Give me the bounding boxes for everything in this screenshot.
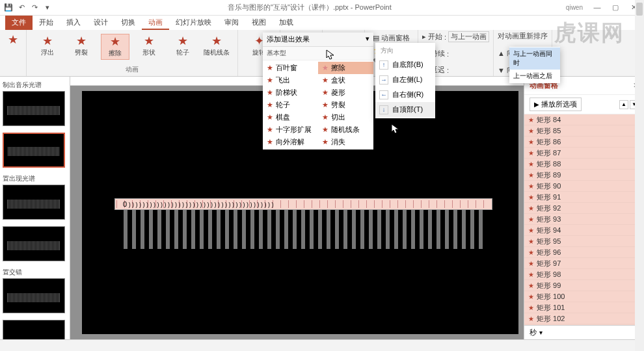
arrow-down-sm-icon: ▼ [498, 66, 505, 74]
tab-插入[interactable]: 插入 [60, 16, 87, 30]
direction-option[interactable]: ↑自底部(B) [375, 57, 435, 72]
star-icon: ★ [76, 35, 87, 47]
slide-thumbnail[interactable] [3, 185, 65, 220]
play-selection-button[interactable]: ▶ 播放所选项 [530, 98, 582, 111]
direction-option[interactable]: ←自右侧(R) [375, 87, 435, 102]
star-icon: ★ [267, 76, 273, 84]
qat-more-icon[interactable]: ▾ [42, 2, 53, 14]
timing-option[interactable]: 与上一动画同时 [509, 47, 560, 70]
animation-item[interactable]: ★矩形 99 [524, 280, 644, 291]
minimize-icon[interactable]: — [589, 3, 605, 12]
slide-thumbnails: 制出音乐光谱 置出现光谱 置交错 [0, 77, 70, 339]
effect-option[interactable]: ★擦除 [318, 62, 373, 74]
star-icon: ★ [144, 35, 154, 47]
animation-item[interactable]: ★矩形 101 [524, 302, 644, 313]
star-icon: ★ [178, 35, 188, 47]
star-icon: ★ [42, 35, 53, 47]
effect-option[interactable]: ★向外溶解 [263, 136, 318, 148]
arrow-up-icon: ▲ [498, 49, 505, 57]
tab-file[interactable]: 文件 [5, 16, 33, 30]
gallery-item[interactable]: ★轮子 [168, 34, 197, 60]
maximize-icon[interactable]: ▢ [608, 3, 623, 12]
effect-option[interactable]: ★轮子 [263, 99, 318, 111]
gallery-item[interactable]: ★随机线条 [202, 34, 231, 60]
tab-审阅[interactable]: 审阅 [218, 16, 245, 30]
animation-item[interactable]: ★矩形 87 [524, 148, 644, 159]
animation-item[interactable]: ★矩形 102 [524, 313, 644, 324]
ribbon-group-preview: ★ [0, 30, 27, 76]
star-icon: ★ [528, 271, 534, 278]
popup-dropdown-icon[interactable]: ▾ [366, 34, 369, 44]
animation-gallery: ★浮出★劈裂★擦除★形状★轮子★随机线条 [31, 31, 234, 62]
star-icon: ★ [110, 36, 120, 47]
timing-option[interactable]: 上一动画之后 [509, 70, 560, 83]
gallery-item[interactable]: ★劈裂 [67, 34, 96, 60]
direction-option[interactable]: ↓自顶部(T) [375, 102, 435, 117]
animation-item[interactable]: ★矩形 92 [524, 203, 644, 214]
animation-list: ★矩形 84★矩形 85★矩形 86★矩形 87★矩形 88★矩形 89★矩形 … [524, 114, 644, 325]
slide-thumbnail[interactable] [3, 226, 65, 261]
direction-arrow-icon: ← [379, 90, 388, 99]
star-icon: ★ [322, 101, 329, 109]
gallery-item[interactable]: ★形状 [135, 34, 163, 60]
animation-item[interactable]: ★矩形 100 [524, 291, 644, 302]
slide-thumbnail[interactable] [3, 133, 65, 168]
animation-item[interactable]: ★矩形 85 [524, 125, 644, 136]
save-icon[interactable]: 💾 [3, 2, 14, 14]
animation-item[interactable]: ★矩形 89 [524, 170, 644, 181]
star-icon: ★ [528, 238, 534, 245]
animation-item[interactable]: ★矩形 97 [524, 258, 644, 269]
tab-设计[interactable]: 设计 [87, 16, 114, 30]
star-icon: ★ [528, 304, 534, 311]
animation-item[interactable]: ★矩形 93 [524, 214, 644, 225]
direction-popup: 方向 ↑自底部(B)→自左侧(L)←自右侧(R)↓自顶部(T) [375, 43, 435, 118]
animation-item[interactable]: ★矩形 84 [524, 114, 644, 125]
effect-option[interactable]: ★劈裂 [318, 99, 373, 111]
scrollbar[interactable] [635, 114, 644, 325]
slide-thumbnail[interactable] [3, 278, 65, 313]
slide-thumbnail[interactable] [3, 320, 65, 339]
star-icon: ★ [322, 64, 329, 72]
effect-option[interactable]: ★消失 [318, 136, 373, 148]
effect-option[interactable]: ★阶梯状 [263, 86, 318, 99]
animation-item[interactable]: ★矩形 96 [524, 247, 644, 258]
effect-option[interactable]: ★百叶窗 [263, 62, 318, 74]
effect-option[interactable]: ★切出 [318, 111, 373, 124]
undo-icon[interactable]: ↶ [16, 2, 27, 14]
animation-item[interactable]: ★矩形 95 [524, 236, 644, 247]
gallery-item[interactable]: ★擦除 [101, 34, 129, 60]
effect-option[interactable]: ★飞出 [263, 74, 318, 86]
direction-option[interactable]: →自左侧(L) [375, 72, 435, 87]
tab-切换[interactable]: 切换 [114, 16, 142, 30]
tab-动画[interactable]: 动画 [142, 16, 169, 30]
ribbon-group-animation-gallery: ★浮出★劈裂★擦除★形状★轮子★随机线条 动画 [27, 30, 238, 76]
star-icon: ★ [528, 138, 534, 146]
animation-pane-button[interactable]: ▤动画窗格 [371, 32, 411, 44]
effect-option[interactable]: ★菱形 [318, 86, 373, 99]
selected-shape-group[interactable]: 0 ) ) ) ) ) ) ) ) ) ) ) ) ) ) ) ) ) ) ) … [114, 198, 492, 210]
tab-幻灯片放映[interactable]: 幻灯片放映 [169, 16, 218, 30]
user-label: qiwen [566, 4, 583, 11]
start-value-dropdown[interactable]: 与上一动画 [448, 31, 489, 42]
tab-视图[interactable]: 视图 [245, 16, 273, 30]
effect-option[interactable]: ★棋盘 [263, 111, 318, 124]
animation-item[interactable]: ★矩形 88 [524, 159, 644, 170]
animation-item[interactable]: ★矩形 98 [524, 269, 644, 280]
animation-item[interactable]: ★矩形 86 [524, 136, 644, 148]
move-up-button[interactable]: ▲ [619, 100, 628, 109]
redo-icon[interactable]: ↷ [29, 2, 40, 14]
gallery-item[interactable]: ★浮出 [33, 34, 62, 60]
animation-item[interactable]: ★矩形 90 [524, 181, 644, 192]
effect-option[interactable]: ★十字形扩展 [263, 124, 318, 136]
slide-thumbnail[interactable] [3, 91, 65, 126]
star-icon: ★ [528, 227, 534, 234]
animation-item[interactable]: ★矩形 94 [524, 225, 644, 236]
preview-button[interactable]: ★ [4, 31, 22, 48]
effect-option[interactable]: ★随机线条 [318, 124, 373, 136]
tab-开始[interactable]: 开始 [33, 16, 60, 30]
tab-加载[interactable]: 加载 [273, 16, 300, 30]
effect-option[interactable]: ★盒状 [318, 74, 373, 86]
star-icon: ★ [528, 127, 534, 135]
animation-item[interactable]: ★矩形 91 [524, 192, 644, 203]
timeline-footer: 秒 ▾ [524, 325, 644, 339]
